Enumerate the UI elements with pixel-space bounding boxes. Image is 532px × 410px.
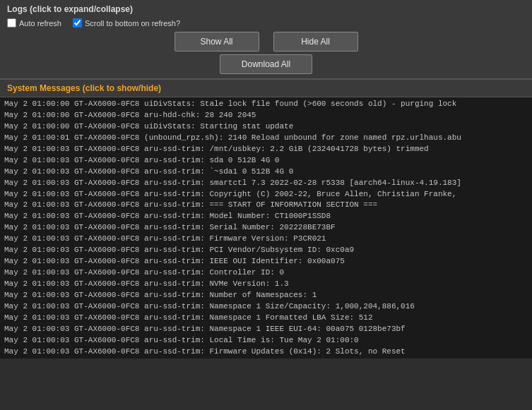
panel-title[interactable]: Logs (click to expand/collapse) xyxy=(7,4,525,14)
log-line: May 2 01:00:03 GT-AX6000-0FC8 aru-ssd-tr… xyxy=(3,222,529,234)
log-line: May 2 01:00:03 GT-AX6000-0FC8 aru-ssd-tr… xyxy=(3,167,529,178)
log-line: May 2 01:00:03 GT-AX6000-0FC8 aru-ssd-tr… xyxy=(3,211,529,222)
log-line: May 2 01:00:03 GT-AX6000-0FC8 aru-ssd-tr… xyxy=(3,189,529,200)
download-row: Download All xyxy=(7,54,525,74)
log-line: May 2 01:00:03 GT-AX6000-0FC8 aru-ssd-tr… xyxy=(3,200,529,211)
log-line: May 2 01:00:03 GT-AX6000-0FC8 aru-ssd-tr… xyxy=(3,279,529,290)
scroll-label[interactable]: Scroll to bottom on refresh? xyxy=(73,18,180,28)
log-line: May 2 01:00:03 GT-AX6000-0FC8 aru-ssd-tr… xyxy=(3,290,529,301)
log-line: May 2 01:00:03 GT-AX6000-0FC8 aru-ssd-tr… xyxy=(3,155,529,167)
buttons-row: Show All Hide All xyxy=(7,32,525,52)
log-line: May 2 01:00:03 GT-AX6000-0FC8 aru-ssd-tr… xyxy=(3,267,529,279)
log-line: May 2 01:00:03 GT-AX6000-0FC8 aru-ssd-tr… xyxy=(3,301,529,313)
auto-refresh-text: Auto refresh xyxy=(19,19,61,28)
log-line: May 2 01:00:03 GT-AX6000-0FC8 aru-ssd-tr… xyxy=(3,324,529,335)
top-bar: Logs (click to expand/collapse) Auto ref… xyxy=(0,0,532,79)
system-messages-header[interactable]: System Messages (click to show/hide) xyxy=(0,79,532,97)
controls-row: Auto refresh Scroll to bottom on refresh… xyxy=(7,18,525,28)
log-line: May 2 01:00:03 GT-AX6000-0FC8 aru-ssd-tr… xyxy=(3,346,529,358)
log-container[interactable]: May 2 01:00:00 GT-AX6000-0FC8 uiDivStats… xyxy=(0,97,532,358)
scroll-checkbox[interactable] xyxy=(73,18,82,28)
log-line: May 2 01:00:03 GT-AX6000-0FC8 aru-ssd-tr… xyxy=(3,313,529,324)
log-line: May 2 01:00:03 GT-AX6000-0FC8 aru-ssd-tr… xyxy=(3,245,529,256)
log-line: May 2 01:00:00 GT-AX6000-0FC8 uiDivStats… xyxy=(3,121,529,133)
log-line: May 2 01:00:03 GT-AX6000-0FC8 aru-ssd-tr… xyxy=(3,256,529,267)
log-line: May 2 01:00:03 GT-AX6000-0FC8 aru-ssd-tr… xyxy=(3,358,529,358)
log-line: May 2 01:00:03 GT-AX6000-0FC8 aru-ssd-tr… xyxy=(3,144,529,155)
log-line: May 2 01:00:00 GT-AX6000-0FC8 uiDivStats… xyxy=(3,99,529,110)
log-line: May 2 01:00:03 GT-AX6000-0FC8 aru-ssd-tr… xyxy=(3,335,529,346)
auto-refresh-label[interactable]: Auto refresh xyxy=(7,18,61,28)
logs-panel: Logs (click to expand/collapse) Auto ref… xyxy=(0,0,532,358)
show-all-button[interactable]: Show All xyxy=(175,32,259,52)
auto-refresh-checkbox[interactable] xyxy=(7,18,16,28)
log-line: May 2 01:00:00 GT-AX6000-0FC8 aru-hdd-ch… xyxy=(3,110,529,121)
download-all-button[interactable]: Download All xyxy=(220,54,312,74)
hide-all-button[interactable]: Hide All xyxy=(273,32,358,52)
log-line: May 2 01:00:03 GT-AX6000-0FC8 aru-ssd-tr… xyxy=(3,178,529,189)
log-line: May 2 01:00:03 GT-AX6000-0FC8 aru-ssd-tr… xyxy=(3,234,529,245)
log-line: May 2 01:00:01 GT-AX6000-0FC8 (unbound_r… xyxy=(3,133,529,144)
scroll-text: Scroll to bottom on refresh? xyxy=(85,19,180,28)
